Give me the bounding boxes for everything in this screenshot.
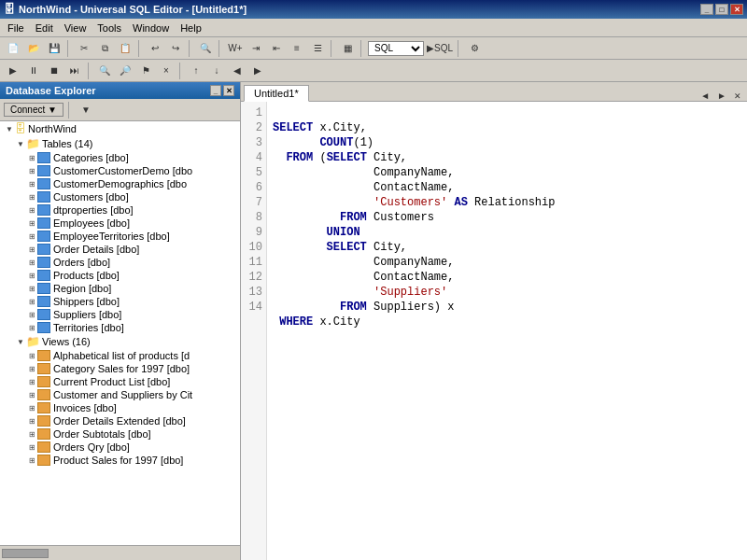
filter-button[interactable]: ▼ bbox=[77, 102, 95, 119]
view-productsales[interactable]: ⊞ Product Sales for 1997 [dbo] bbox=[0, 454, 240, 467]
table-node-10: Region [dbo] bbox=[53, 283, 111, 294]
db-explorer-title-left: Database Explorer bbox=[6, 85, 96, 96]
paste-button[interactable]: 📋 bbox=[116, 40, 134, 57]
table-categories[interactable]: ⊞ Categories [dbo] bbox=[0, 151, 240, 164]
tab-untitled1[interactable]: Untitled1* bbox=[244, 85, 309, 102]
table-node-9: Products [dbo] bbox=[53, 270, 120, 281]
save-button[interactable]: 💾 bbox=[45, 40, 63, 57]
title-text: NorthWind - Universal SQL Editor - [Unti… bbox=[19, 4, 247, 15]
indent-button[interactable]: ⇥ bbox=[247, 40, 265, 57]
table-orderdetails[interactable]: ⊞ Order Details [dbo] bbox=[0, 243, 240, 256]
code-area[interactable]: 1 2 3 4 5 6 7 8 9 10 11 12 13 14 SELECT … bbox=[241, 102, 747, 560]
view-categorysales[interactable]: ⊞ Category Sales for 1997 [dbo] bbox=[0, 362, 240, 375]
tree-root[interactable]: ▼ 🗄 NorthWind bbox=[0, 121, 240, 136]
table-territories[interactable]: ⊞ Territories [dbo] bbox=[0, 321, 240, 334]
view-ordersqry[interactable]: ⊞ Orders Qry [dbo] bbox=[0, 441, 240, 454]
outdent-button[interactable]: ⇤ bbox=[267, 40, 286, 57]
expand-icon: ⊞ bbox=[26, 322, 37, 333]
tb2-btn3[interactable]: ⏹ bbox=[45, 63, 63, 79]
tb2-btn8[interactable]: × bbox=[157, 63, 176, 79]
view-ordersubtotals[interactable]: ⊞ Order Subtotals [dbo] bbox=[0, 427, 240, 441]
align2-button[interactable]: ☰ bbox=[308, 40, 327, 57]
sep2 bbox=[138, 40, 142, 57]
views-folder-icon: 📁 bbox=[26, 335, 40, 348]
view-node-7: Orders Qry [dbo] bbox=[53, 441, 130, 453]
redo-button[interactable]: ↪ bbox=[166, 40, 185, 57]
table-customers[interactable]: ⊞ Customers [dbo] bbox=[0, 190, 240, 203]
expand-icon: ⊞ bbox=[26, 376, 37, 387]
table-region[interactable]: ⊞ Region [dbo] bbox=[0, 282, 240, 295]
table-node-2: CustomerDemographics [dbo bbox=[53, 178, 187, 189]
open-button[interactable]: 📂 bbox=[24, 40, 43, 57]
menu-edit[interactable]: Edit bbox=[30, 21, 59, 35]
align-button[interactable]: ≡ bbox=[288, 40, 306, 57]
tb2-btn11[interactable]: ◀ bbox=[228, 63, 247, 79]
tb2-btn7[interactable]: ⚑ bbox=[136, 63, 155, 79]
expand-icon: ⊞ bbox=[26, 191, 37, 203]
table-suppliers[interactable]: ⊞ Suppliers [dbo] bbox=[0, 308, 240, 321]
panel-close-button[interactable]: ✕ bbox=[223, 85, 234, 96]
menu-bar: File Edit View Tools Window Help bbox=[0, 19, 747, 37]
schema-dropdown[interactable]: SQL bbox=[368, 41, 424, 56]
tables-group[interactable]: ▼ 📁 Tables (14) bbox=[0, 136, 240, 151]
view-currentproduct[interactable]: ⊞ Current Product List [dbo] bbox=[0, 375, 240, 388]
tb2-btn1[interactable]: ▶ bbox=[4, 63, 22, 79]
tb2-btn4[interactable]: ⏭ bbox=[65, 63, 84, 79]
cut-button[interactable]: ✂ bbox=[75, 40, 93, 57]
views-group[interactable]: ▼ 📁 Views (16) bbox=[0, 334, 240, 349]
tb2-btn5[interactable]: 🔍 bbox=[95, 63, 114, 79]
expand-icon: ⊞ bbox=[26, 165, 37, 176]
tb2-btn2[interactable]: ⏸ bbox=[24, 63, 43, 79]
tb2-btn6[interactable]: 🔎 bbox=[116, 63, 134, 79]
maximize-button[interactable]: □ bbox=[715, 4, 728, 15]
sep-connect bbox=[68, 102, 72, 119]
undo-button[interactable]: ↩ bbox=[146, 40, 164, 57]
db-horizontal-scrollbar[interactable] bbox=[0, 545, 240, 560]
table-dtproperties[interactable]: ⊞ dtproperties [dbo] bbox=[0, 203, 240, 217]
new-button[interactable]: 📄 bbox=[4, 40, 22, 57]
grid-button[interactable]: ▦ bbox=[338, 40, 357, 57]
sep1 bbox=[67, 40, 71, 57]
tb2-btn10[interactable]: ↓ bbox=[207, 63, 226, 79]
view-invoices[interactable]: ⊞ Invoices [dbo] bbox=[0, 401, 240, 414]
view-node-6: Order Subtotals [dbo] bbox=[53, 428, 151, 440]
view-customersuppliers[interactable]: ⊞ Customer and Suppliers by Cit bbox=[0, 388, 240, 401]
menu-view[interactable]: View bbox=[59, 21, 92, 35]
tb2-btn12[interactable]: ▶ bbox=[248, 63, 267, 79]
table-customerdemographics[interactable]: ⊞ CustomerDemographics [dbo bbox=[0, 177, 240, 190]
tab-nav-right[interactable]: ► bbox=[714, 91, 729, 101]
menu-tools[interactable]: Tools bbox=[92, 21, 127, 35]
close-button[interactable]: ✕ bbox=[730, 4, 743, 15]
table-employeeterritories[interactable]: ⊞ EmployeeTerritories [dbo] bbox=[0, 230, 240, 243]
table-products[interactable]: ⊞ Products [dbo] bbox=[0, 269, 240, 282]
view-alphabetical[interactable]: ⊞ Alphabetical list of products [d bbox=[0, 349, 240, 362]
table-employees[interactable]: ⊞ Employees [dbo] bbox=[0, 217, 240, 230]
run-button[interactable]: ▶SQL bbox=[426, 40, 454, 57]
menu-window[interactable]: Window bbox=[127, 21, 175, 35]
title-bar: 🗄 NorthWind - Universal SQL Editor - [Un… bbox=[0, 0, 747, 19]
view-orderdetailsext[interactable]: ⊞ Order Details Extended [dbo] bbox=[0, 414, 240, 427]
code-editor[interactable]: SELECT x.City, COUNT(1) FROM (SELECT Cit… bbox=[267, 102, 747, 560]
search-button[interactable]: 🔍 bbox=[196, 40, 215, 57]
format-button[interactable]: W+ bbox=[226, 40, 245, 57]
copy-button[interactable]: ⧉ bbox=[95, 40, 114, 57]
table-shippers[interactable]: ⊞ Shippers [dbo] bbox=[0, 295, 240, 308]
tab-nav-close[interactable]: ✕ bbox=[731, 91, 744, 101]
view-node-0: Alphabetical list of products [d bbox=[53, 350, 190, 361]
menu-file[interactable]: File bbox=[2, 21, 30, 35]
minimize-button[interactable]: _ bbox=[700, 4, 713, 15]
table-orders[interactable]: ⊞ Orders [dbo] bbox=[0, 256, 240, 269]
view-node-8: Product Sales for 1997 [dbo] bbox=[53, 455, 183, 466]
expand-icon-views: ▼ bbox=[15, 336, 26, 347]
db-tree[interactable]: ▼ 🗄 NorthWind ▼ 📁 Tables (14) ⊞ Categori… bbox=[0, 121, 240, 545]
settings-button[interactable]: ⚙ bbox=[465, 40, 484, 57]
table-node-3: Customers [dbo] bbox=[53, 191, 129, 203]
menu-help[interactable]: Help bbox=[175, 21, 207, 35]
tb2-btn9[interactable]: ↑ bbox=[187, 63, 205, 79]
expand-icon: ⊞ bbox=[26, 283, 37, 294]
expand-icon: ⊞ bbox=[26, 231, 37, 242]
tab-nav-left[interactable]: ◄ bbox=[698, 91, 712, 101]
panel-pin-button[interactable]: _ bbox=[210, 85, 221, 96]
table-customercustomerdemo[interactable]: ⊞ CustomerCustomerDemo [dbo bbox=[0, 164, 240, 177]
connect-button[interactable]: Connect ▼ bbox=[4, 103, 63, 117]
